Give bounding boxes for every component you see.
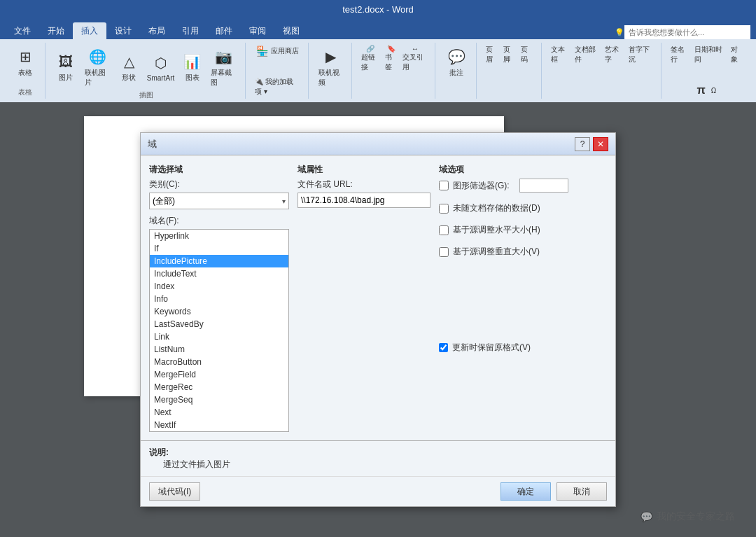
footer-right: 确定 取消 [500, 482, 607, 501]
symbol-button[interactable]: Ω [709, 86, 718, 95]
online-video-icon: ▶ [319, 46, 342, 68]
tab-mailings[interactable]: 邮件 [207, 22, 241, 39]
field-list-item[interactable]: Index [150, 280, 288, 293]
dialog-help-button[interactable]: ? [575, 137, 590, 151]
footer-button[interactable]: 页脚 [501, 44, 517, 65]
option-checkbox-0[interactable] [439, 181, 449, 190]
field-list-item[interactable]: ListNum [150, 343, 288, 356]
field-selection-panel: 请选择域 类别(C): (全部) ▾ 域名(F): HyperlinkIfInc… [149, 164, 289, 432]
tab-layout[interactable]: 布局 [140, 22, 174, 39]
category-arrow: ▾ [282, 197, 286, 205]
bookmark-button[interactable]: 🔖 书签 [383, 44, 399, 73]
category-label: 类别(C): [149, 179, 289, 190]
tab-design[interactable]: 设计 [106, 22, 140, 39]
object-button[interactable]: 对象 [729, 44, 745, 65]
dialog-overlay: 域 ? ✕ 请选择域 类别(C): (全部) ▾ [0, 102, 756, 537]
field-list-item[interactable]: Info [150, 293, 288, 305]
appstore-label: 应用商店 [271, 46, 299, 56]
field-list-item[interactable]: Hyperlink [150, 230, 288, 242]
shapes-icon: △ [118, 50, 140, 73]
tables-group-label: 表格 [18, 88, 32, 97]
crossref-button[interactable]: ↔ 交叉引用 [400, 44, 429, 73]
field-list-item[interactable]: IncludeText [150, 267, 288, 280]
field-list-item[interactable]: LastSavedBy [150, 318, 288, 330]
online-picture-icon: 🌐 [86, 46, 108, 68]
field-list[interactable]: HyperlinkIfIncludePictureIncludeTextInde… [150, 230, 288, 431]
appstore-button[interactable]: 🏪 应用商店 [254, 44, 302, 58]
signature-button[interactable]: 签名行 [668, 44, 691, 65]
field-list-item[interactable]: MergeRec [150, 381, 288, 393]
option-checkbox-1[interactable] [439, 204, 449, 214]
cancel-button[interactable]: 取消 [556, 482, 607, 501]
screenshot-button[interactable]: 📷 屏幕截图 [208, 44, 239, 89]
picture-button[interactable]: 🖼 图片 [52, 49, 79, 84]
content-area: 域 ? ✕ 请选择域 类别(C): (全部) ▾ [0, 102, 756, 537]
field-list-item[interactable]: MacroButton [150, 356, 288, 368]
tables-button[interactable]: ⊞ 表格 [11, 44, 39, 79]
online-picture-button[interactable]: 🌐 联机图片 [82, 44, 113, 89]
category-select[interactable]: (全部) ▾ [149, 193, 289, 209]
myaddin-button[interactable]: 🔌 我的加载项 ▾ [253, 76, 302, 97]
math-buttons: π Ω [695, 83, 719, 97]
field-list-item[interactable]: IncludePicture [150, 255, 288, 267]
tab-review[interactable]: 审阅 [241, 22, 274, 39]
dialog-body: 请选择域 类别(C): (全部) ▾ 域名(F): HyperlinkIfInc… [141, 155, 615, 440]
ribbon-search-input[interactable] [624, 25, 750, 39]
ribbon-group-media: ▶ 联机视频 [310, 43, 352, 99]
field-code-button[interactable]: 域代码(I) [149, 482, 200, 501]
field-list-item[interactable]: MergeField [150, 368, 288, 381]
wordart-button[interactable]: 艺术字 [603, 44, 625, 65]
field-list-item[interactable]: NextIf [150, 419, 288, 431]
signature-label: 签名行 [671, 45, 689, 64]
hyperlink-icon: 🔗 [366, 45, 374, 53]
pagenum-button[interactable]: 页码 [519, 44, 535, 65]
tab-insert[interactable]: 插入 [73, 22, 106, 39]
textbox-label: 文本框 [551, 45, 569, 64]
field-list-item[interactable]: Keywords [150, 305, 288, 318]
picture-icon: 🖼 [55, 50, 77, 73]
field-list-container: HyperlinkIfIncludePictureIncludeTextInde… [149, 229, 289, 432]
dropcap-button[interactable]: 首字下沉 [626, 44, 655, 65]
dialog-close-button[interactable]: ✕ [593, 137, 608, 151]
chart-button[interactable]: 📊 图表 [179, 49, 206, 84]
tab-references[interactable]: 引用 [174, 22, 207, 39]
option-input-0[interactable] [519, 179, 568, 193]
title-text: test2.docx - Word [342, 4, 414, 15]
symbol-label: Ω [711, 87, 716, 95]
hyperlink-button[interactable]: 🔗 超链接 [359, 44, 382, 73]
field-properties-panel: 域属性 文件名或 URL: [298, 164, 430, 432]
smartart-icon: ⬡ [150, 52, 172, 74]
preserve-format-checkbox[interactable] [439, 343, 448, 352]
ok-button[interactable]: 确定 [500, 482, 551, 501]
tab-file[interactable]: 文件 [6, 22, 39, 39]
option-row-1: 未随文档存储的数据(D) [439, 202, 607, 214]
tab-view[interactable]: 视图 [274, 22, 308, 39]
field-list-item[interactable]: Next [150, 406, 288, 419]
header-label: 页眉 [486, 45, 498, 64]
wordart-label: 艺术字 [605, 45, 623, 64]
option-checkbox-3[interactable] [439, 247, 449, 257]
comment-button[interactable]: 💬 批注 [442, 44, 470, 79]
equation-button[interactable]: π [695, 83, 708, 97]
header-button[interactable]: 页眉 [484, 44, 500, 65]
datetime-button[interactable]: 日期和时间 [692, 44, 727, 65]
crossref-label: 交叉引用 [402, 53, 427, 72]
filename-input[interactable] [298, 193, 430, 208]
online-video-label: 联机视频 [318, 68, 343, 88]
ribbon-group-tables: ⊞ 表格 表格 [6, 43, 46, 99]
smartart-button[interactable]: ⬡ SmartArt [145, 50, 176, 83]
main-container: test2.docx - Word 文件 开始 插入 设计 布局 引用 邮件 审… [0, 0, 756, 537]
docpart-button[interactable]: 文档部件 [573, 44, 601, 65]
textbox-button[interactable]: 文本框 [549, 44, 571, 65]
shapes-button[interactable]: △ 形状 [116, 49, 143, 84]
tab-home[interactable]: 开始 [39, 22, 73, 39]
field-list-item[interactable]: If [150, 242, 288, 255]
footer-label: 页脚 [503, 45, 515, 64]
preserve-format-label: 更新时保留原格式(V) [452, 342, 531, 354]
option-checkbox-2[interactable] [439, 225, 449, 235]
myaddin-row: 🔌 我的加载项 ▾ [253, 76, 302, 97]
field-list-item[interactable]: Link [150, 330, 288, 343]
dialog-title: 域 [148, 138, 157, 151]
field-list-item[interactable]: MergeSeq [150, 393, 288, 406]
online-video-button[interactable]: ▶ 联机视频 [316, 44, 346, 89]
